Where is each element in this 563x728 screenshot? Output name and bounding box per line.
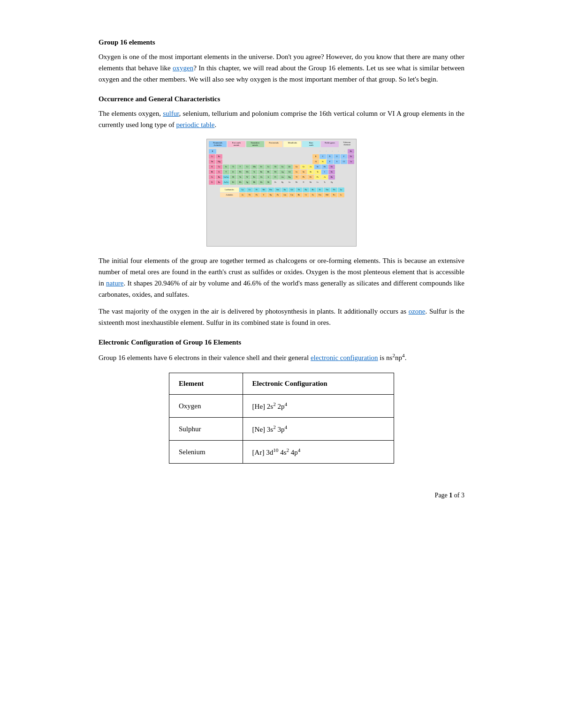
- elec-config-paragraph: Group 16 elements have 6 electrons in th…: [99, 351, 464, 363]
- nature-link[interactable]: nature: [106, 279, 123, 287]
- footer-text: Page: [435, 492, 449, 499]
- footer-rest: of 3: [452, 492, 464, 499]
- table-cell-element-selenium: Selenium: [169, 441, 243, 464]
- page-container: Group 16 elements Oxygen is one of the m…: [99, 28, 464, 499]
- elec-config-text-1: Group 16 elements have 6 electrons in th…: [99, 354, 311, 361]
- oxygen-link[interactable]: oxygen: [173, 64, 193, 72]
- periodic-table-link[interactable]: periodic table: [176, 121, 214, 128]
- sulfur-link[interactable]: sulfur: [163, 110, 179, 117]
- occurrence-paragraph: The elements oxygen, sulfur, selenium, t…: [99, 108, 464, 130]
- electronic-config-table: Element Electronic Configuration Oxygen …: [169, 373, 394, 464]
- table-cell-config-sulphur: [Ne] 3s2 3p4: [243, 418, 394, 441]
- table-header-element: Element: [169, 373, 243, 395]
- chalcogens-text-cont: . It shapes 20.946% of air by volume and…: [99, 279, 464, 298]
- page-footer: Page 1 of 3: [99, 492, 464, 499]
- table-cell-config-oxygen: [He] 2s2 2p4: [243, 395, 394, 418]
- table-cell-config-selenium: [Ar] 3d10 4s2 4p4: [243, 441, 394, 464]
- elec-config-text-cont: is ns2np4.: [378, 354, 407, 361]
- table-cell-element-oxygen: Oxygen: [169, 395, 243, 418]
- heading-occurrence: Occurrence and General Characteristics: [99, 95, 464, 103]
- chalcogens-paragraph: The initial four elements of the group a…: [99, 255, 464, 300]
- table-row: Sulphur [Ne] 3s2 3p4: [169, 418, 394, 441]
- table-header-config: Electronic Configuration: [243, 373, 394, 395]
- heading-electronic-config: Electronic Configuration of Group 16 Ele…: [99, 338, 464, 346]
- ozone-paragraph: The vast majority of the oxygen in the a…: [99, 306, 464, 328]
- occurrence-text-end: .: [214, 121, 216, 128]
- periodic-table-image: NonmetalsActinides Post earthmetals Tran…: [206, 139, 357, 247]
- occurrence-text-1: The elements oxygen,: [99, 110, 163, 117]
- table-row: Oxygen [He] 2s2 2p4: [169, 395, 394, 418]
- table-row: Selenium [Ar] 3d10 4s2 4p4: [169, 441, 394, 464]
- ozone-text-1: The vast majority of the oxygen in the a…: [99, 308, 409, 315]
- table-cell-element-sulphur: Sulphur: [169, 418, 243, 441]
- intro-paragraph: Oxygen is one of the most important elem…: [99, 51, 464, 85]
- electronic-configuration-link[interactable]: electronic configuration: [311, 354, 378, 361]
- ozone-link[interactable]: ozone: [409, 308, 426, 315]
- heading-group16: Group 16 elements: [99, 38, 464, 46]
